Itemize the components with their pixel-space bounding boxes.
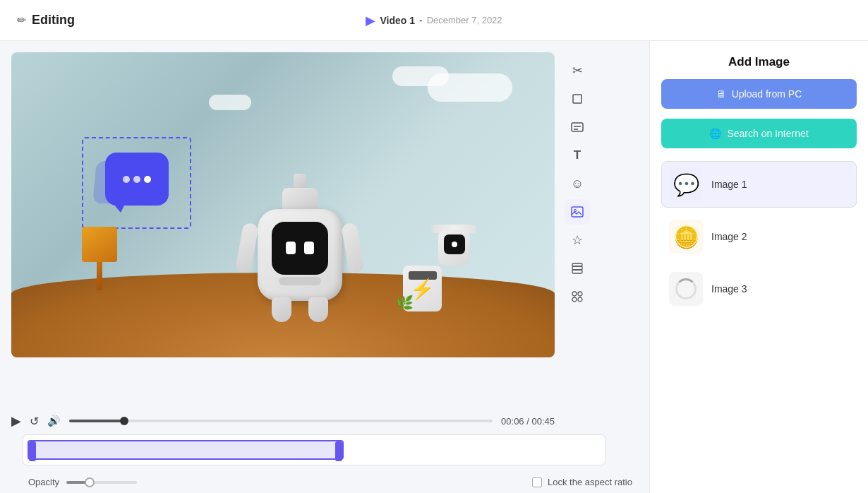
svg-point-9	[572, 292, 577, 296]
video-title-dash: -	[419, 15, 423, 26]
image-thumb-3	[669, 272, 703, 306]
spinner-icon	[675, 278, 697, 299]
volume-button[interactable]: 🔊	[47, 415, 61, 427]
cloud-3	[209, 95, 251, 110]
timeline-handle-right[interactable]	[335, 441, 342, 461]
aspect-ratio-control: Lock the aspect ratio	[532, 477, 632, 487]
timeline-clip[interactable]	[28, 440, 344, 460]
opacity-label: Opacity	[28, 477, 59, 487]
upload-icon: 🖥	[716, 88, 726, 100]
time-display: 00:06 / 00:45	[501, 416, 555, 427]
svg-point-11	[572, 297, 577, 302]
header: ✏ Editing ▶ Video 1 - December 7, 2022	[0, 0, 868, 41]
search-btn-label: Search on Internet	[727, 128, 808, 139]
svg-rect-7	[572, 266, 582, 270]
robot-eye-right	[304, 242, 314, 254]
search-icon: 🌐	[709, 128, 721, 139]
image-label-1: Image 1	[711, 179, 747, 190]
opacity-control: Opacity	[28, 477, 137, 487]
small-robot-dot	[452, 242, 457, 247]
image-label-3: Image 3	[711, 283, 747, 295]
svg-point-10	[578, 292, 582, 296]
header-left: ✏ Editing	[17, 13, 75, 28]
robot-face	[272, 222, 328, 275]
play-button[interactable]: ▶	[11, 413, 21, 429]
main: ⚡ 🌿 ✂ T ☺ ☆	[0, 41, 868, 493]
grass: 🌿	[396, 295, 414, 311]
svg-rect-6	[572, 270, 582, 273]
video-area: ⚡ 🌿 ✂ T ☺ ☆	[0, 41, 649, 493]
svg-rect-4	[572, 207, 583, 217]
small-robot-face	[444, 234, 465, 254]
chat-bubble-shadow	[92, 161, 145, 203]
image-item-3[interactable]: Image 3	[661, 266, 857, 312]
robot-leg-left	[272, 297, 291, 322]
opacity-slider[interactable]	[66, 481, 137, 484]
progress-bar[interactable]	[69, 420, 493, 422]
robot-arm-right	[341, 222, 365, 274]
selected-element-outline[interactable]	[82, 137, 191, 229]
robot-eye-left	[286, 242, 296, 254]
search-on-internet-button[interactable]: 🌐 Search on Internet	[661, 119, 857, 148]
right-panel: Add Image 🖥 Upload from PC 🌐 Search on I…	[649, 41, 868, 493]
svg-point-12	[578, 297, 582, 302]
robot-leg-right	[308, 297, 328, 322]
panel-title: Add Image	[661, 55, 857, 69]
image-tool[interactable]	[565, 199, 590, 225]
robot-eyes	[272, 222, 328, 254]
robot-arm-left	[235, 222, 259, 274]
robot-button-row	[279, 277, 321, 285]
layers-tool[interactable]	[565, 256, 590, 281]
image-emoji-1: 💬	[673, 172, 699, 197]
upload-from-pc-button[interactable]: 🖥 Upload from PC	[661, 79, 857, 109]
aspect-ratio-checkbox[interactable]	[532, 477, 542, 487]
star-tool[interactable]: ☆	[565, 227, 590, 253]
video-canvas[interactable]: ⚡ 🌿	[11, 52, 555, 357]
emoji-tool[interactable]: ☺	[565, 171, 590, 196]
header-center: ▶ Video 1 - December 7, 2022	[366, 13, 502, 28]
text-tool[interactable]: T	[565, 143, 590, 168]
image-label-2: Image 2	[711, 231, 747, 242]
progress-fill	[69, 420, 124, 422]
chat-dot-3	[144, 176, 151, 183]
edit-icon: ✏	[17, 13, 26, 27]
progress-thumb	[120, 417, 128, 425]
svg-rect-1	[572, 123, 583, 131]
svg-rect-0	[573, 95, 581, 103]
main-robot	[258, 209, 342, 301]
image-item-2[interactable]: 🪙 Image 2	[661, 213, 857, 260]
video-date: December 7, 2022	[427, 15, 502, 25]
video-controls: ▶ ↺ 🔊 00:06 / 00:45	[11, 406, 555, 434]
chat-bubble-image	[105, 153, 169, 206]
timeline[interactable]	[23, 434, 605, 465]
image-item-1[interactable]: 💬 Image 1	[661, 161, 857, 208]
signpost	[82, 227, 117, 290]
group-tool[interactable]	[565, 284, 590, 309]
toolbar: ✂ T ☺ ☆	[560, 52, 594, 406]
image-thumb-1: 💬	[669, 167, 703, 201]
bottom-bar: Opacity Lock the aspect ratio	[11, 471, 649, 493]
small-robot-body	[438, 230, 470, 266]
aspect-ratio-label: Lock the aspect ratio	[548, 477, 632, 487]
upload-btn-label: Upload from PC	[732, 88, 802, 100]
image-emoji-2: 🪙	[673, 225, 699, 249]
caption-tool[interactable]	[565, 114, 590, 140]
crop-tool[interactable]	[565, 86, 590, 112]
reset-button[interactable]: ↺	[30, 415, 39, 428]
chat-bubble-tail	[114, 204, 125, 213]
sign-pole	[97, 262, 102, 290]
scissors-tool[interactable]: ✂	[565, 58, 590, 83]
page-title: Editing	[32, 13, 75, 28]
svg-rect-8	[572, 263, 582, 266]
cloud-2	[392, 66, 449, 86]
video-play-icon: ▶	[366, 13, 375, 28]
video-title: Video 1	[380, 15, 415, 26]
image-list: 💬 Image 1 🪙 Image 2 Image 3	[661, 161, 857, 312]
image-thumb-2: 🪙	[669, 220, 703, 254]
timeline-handle-left[interactable]	[29, 441, 36, 461]
robot-body	[258, 209, 342, 301]
battery-lightning: ⚡	[410, 277, 435, 300]
svg-point-5	[574, 210, 577, 212]
robot-head	[282, 188, 318, 209]
sign-board	[82, 227, 117, 262]
